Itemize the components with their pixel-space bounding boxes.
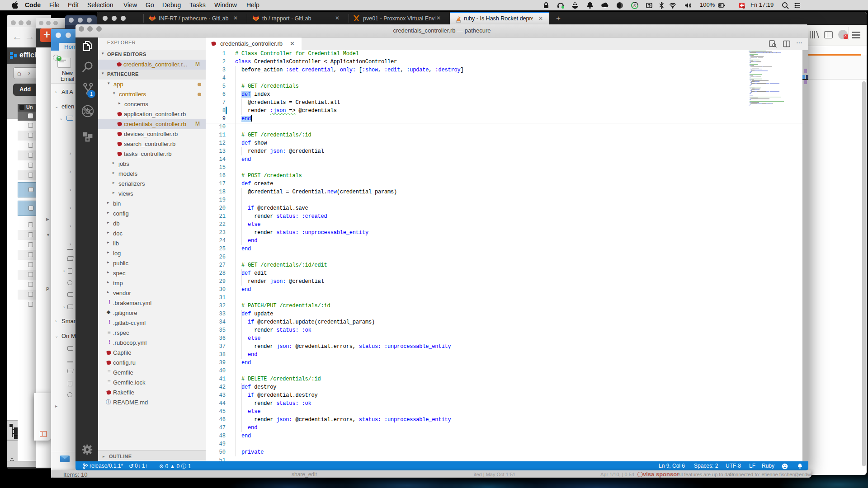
svg-text:S: S	[633, 4, 636, 8]
